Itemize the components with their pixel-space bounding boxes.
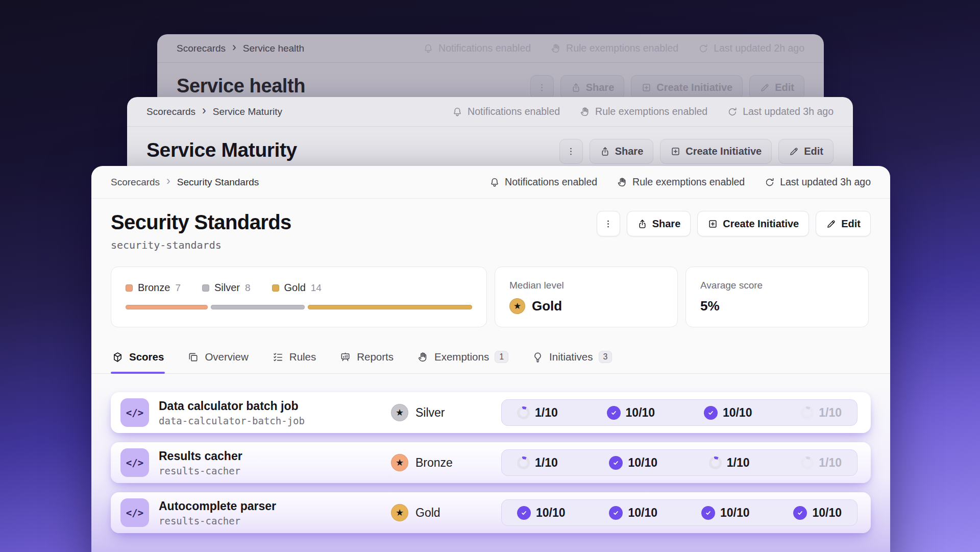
- share-button[interactable]: Share: [627, 211, 691, 236]
- action-buttons: Share Create Initiative Edit: [597, 211, 871, 236]
- refresh-icon: [698, 43, 709, 54]
- pencil-icon: [826, 219, 837, 229]
- service-row-data-calculator-batch-job[interactable]: </> Data calculator batch job data-calcu…: [111, 392, 871, 433]
- page-title: Service Maturity: [146, 139, 297, 161]
- service-slug: results-cacher: [159, 515, 391, 526]
- bronze-swatch: [126, 284, 133, 292]
- levels-legend: Bronze7 Silver8 Gold14: [126, 282, 472, 294]
- score-item: 10/10: [517, 506, 566, 520]
- gold-count: 14: [311, 282, 322, 294]
- partial-progress-icon: [709, 457, 722, 469]
- stats-row: Bronze7 Silver8 Gold14 Median level ★ Go…: [111, 267, 871, 327]
- score-item: 10/10: [701, 506, 750, 520]
- tab-reports[interactable]: Reports: [338, 345, 395, 373]
- breadcrumb: Scorecards › Service health: [177, 42, 304, 54]
- level-name: Bronze: [415, 456, 453, 470]
- last-updated-status: Last updated 3h ago: [727, 106, 834, 117]
- lightbulb-icon: [532, 351, 544, 363]
- bronze-count: 7: [175, 282, 181, 294]
- silver-bar-segment: [211, 305, 305, 309]
- create-initiative-button[interactable]: Create Initiative: [697, 211, 809, 236]
- median-level-value: Gold: [532, 298, 562, 314]
- breadcrumb-root[interactable]: Scorecards: [146, 106, 195, 117]
- bronze-star-icon: ★: [391, 454, 408, 471]
- hand-icon: [417, 351, 429, 363]
- notifications-status: Notifications enabled: [452, 106, 560, 117]
- more-options-button[interactable]: [530, 75, 554, 100]
- median-level-label: Median level: [509, 280, 663, 291]
- partial-progress-icon: [517, 457, 530, 469]
- score-item-muted: 1/10: [801, 456, 842, 470]
- score-chips: 10/10 10/10 10/10 10/10: [501, 499, 857, 526]
- level-badge: ★ Bronze: [391, 454, 501, 471]
- breadcrumb-current: Service Maturity: [213, 106, 282, 117]
- window-header: Scorecards › Service health Notification…: [157, 34, 824, 63]
- tab-overview[interactable]: Overview: [186, 345, 249, 373]
- status-meta: Notifications enabled Rule exemptions en…: [452, 106, 834, 117]
- hand-icon: [579, 106, 591, 117]
- levels-progress-bar: [126, 305, 472, 309]
- chevron-right-icon: ›: [232, 41, 236, 53]
- tab-exemptions[interactable]: Exemptions1: [416, 345, 509, 373]
- last-updated-status: Last updated 3h ago: [764, 176, 871, 188]
- checklist-icon: [272, 351, 284, 363]
- pencil-icon: [789, 146, 799, 157]
- hand-icon: [617, 177, 628, 188]
- code-icon: </>: [120, 398, 149, 427]
- refresh-icon: [727, 106, 738, 117]
- score-item: 10/10: [609, 506, 657, 520]
- service-row-results-cacher[interactable]: </> Results cacher results-cacher ★ Bron…: [111, 442, 871, 483]
- check-icon: [609, 506, 623, 520]
- share-button[interactable]: Share: [560, 75, 625, 100]
- score-chips: 1/10 10/10 10/10 1/10: [501, 399, 857, 426]
- median-level-card: Median level ★ Gold: [495, 267, 678, 327]
- score-item-muted: 1/10: [801, 406, 842, 420]
- breadcrumb-current: Security Standards: [177, 177, 259, 188]
- partial-progress-icon: [517, 406, 530, 419]
- score-chips: 1/10 10/10 1/10 1/10: [501, 449, 857, 476]
- tab-scores[interactable]: Scores: [111, 345, 165, 373]
- window-header: Scorecards › Service Maturity Notificati…: [127, 97, 853, 127]
- share-button[interactable]: Share: [590, 139, 654, 164]
- share-icon: [571, 82, 581, 93]
- create-initiative-button[interactable]: Create Initiative: [631, 75, 743, 100]
- legend-item-silver: Silver8: [202, 282, 251, 294]
- service-title: Results cacher: [159, 449, 391, 463]
- more-options-button[interactable]: [559, 139, 583, 164]
- plus-square-icon: [641, 82, 652, 93]
- chevron-right-icon: ›: [202, 105, 206, 116]
- check-icon: [701, 506, 715, 520]
- status-meta: Notifications enabled Rule exemptions en…: [423, 42, 804, 54]
- edit-button[interactable]: Edit: [816, 211, 871, 236]
- gold-star-icon: ★: [391, 504, 408, 521]
- cube-icon: [112, 351, 124, 363]
- score-item: 1/10: [709, 456, 750, 470]
- plus-square-icon: [707, 219, 718, 229]
- overlapping-squares-icon: [187, 351, 199, 363]
- exemptions-count-badge: 1: [495, 351, 508, 363]
- partial-progress-icon: [801, 406, 814, 419]
- service-row-autocomplete-parser[interactable]: </> Autocomplete parser results-cacher ★…: [111, 492, 871, 533]
- code-icon: </>: [120, 498, 149, 527]
- chevron-right-icon: ›: [166, 175, 170, 187]
- tab-initiatives[interactable]: Initiatives3: [531, 345, 613, 373]
- share-icon: [637, 219, 648, 229]
- service-title: Autocomplete parser: [159, 499, 391, 513]
- check-icon: [793, 506, 807, 520]
- more-options-button[interactable]: [597, 211, 620, 236]
- edit-button[interactable]: Edit: [778, 139, 834, 164]
- create-initiative-button[interactable]: Create Initiative: [660, 139, 772, 164]
- breadcrumb-root[interactable]: Scorecards: [177, 43, 226, 54]
- code-icon: </>: [120, 448, 149, 477]
- initiatives-count-badge: 3: [599, 351, 612, 363]
- share-icon: [600, 146, 610, 157]
- tab-rules[interactable]: Rules: [271, 345, 317, 373]
- page-title: Service health: [177, 75, 305, 97]
- breadcrumb-root[interactable]: Scorecards: [111, 177, 160, 188]
- hand-icon: [550, 43, 561, 54]
- status-meta: Notifications enabled Rule exemptions en…: [489, 176, 871, 188]
- window-header: Scorecards › Security Standards Notifica…: [91, 166, 890, 199]
- edit-button[interactable]: Edit: [749, 75, 804, 100]
- bell-icon: [489, 177, 500, 188]
- silver-swatch: [202, 284, 209, 292]
